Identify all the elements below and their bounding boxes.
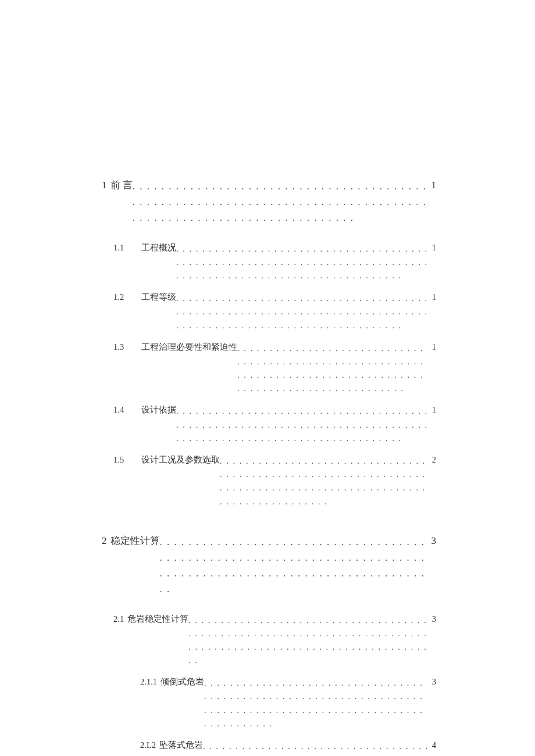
toc-leader xyxy=(188,614,430,668)
toc-entry-h2: 2.1 危岩稳定性计算 3 xyxy=(102,612,436,667)
toc-page: 3 xyxy=(430,675,436,689)
toc-number: 1.1 xyxy=(113,241,138,255)
toc-number: 1.5 xyxy=(113,453,138,467)
toc-entry-h2: 1.5 设计工况及参数选取 2 xyxy=(102,453,436,507)
toc-entry-h2: 1.2 工程等级 1 xyxy=(102,291,436,331)
toc-page: 4 xyxy=(430,739,436,752)
toc-leader xyxy=(237,342,430,396)
toc-page: 1 xyxy=(430,291,436,304)
toc-title: 设计工况及参数选取 xyxy=(141,453,220,467)
toc-number: 2 xyxy=(102,533,107,549)
toc-leader xyxy=(204,676,430,730)
toc-leader xyxy=(176,242,430,283)
toc-title: 前 言 xyxy=(110,177,133,193)
toc-entry-h3: 2.L2 坠落式危岩 4 xyxy=(102,739,436,756)
toc-number: 2.1 xyxy=(113,612,124,626)
toc-number: 1 xyxy=(102,177,107,193)
toc-number: 2.1.1 xyxy=(140,675,157,689)
toc-entry-h1: 2 稳定性计算 3 xyxy=(102,533,436,596)
toc-title: 工程治理必要性和紧迫性 xyxy=(141,341,237,354)
toc-entry-h2: 1.3 工程治理必要性和紧迫性 1 xyxy=(102,341,436,395)
toc-number: 1.2 xyxy=(113,291,138,304)
toc-title: 工程等级 xyxy=(141,291,176,304)
toc-title: 危岩稳定性计算 xyxy=(127,612,188,626)
toc-entry-h1: 1 前 言 1 xyxy=(102,177,436,225)
toc-page: 2 xyxy=(430,453,436,467)
toc-page: 1 xyxy=(430,341,436,354)
toc-page: 3 xyxy=(429,533,437,549)
toc-leader xyxy=(176,404,430,445)
document-page: 1 前 言 1 1.1 工程概况 1 1.2 工程等级 1 1.3 工程治理必要… xyxy=(0,0,535,756)
toc-entry-h3: 2.1.1 倾倒式危岩 3 xyxy=(102,675,436,729)
toc-title: 设计依据 xyxy=(141,403,176,417)
toc-leader xyxy=(220,454,430,508)
toc-entry-h2: 1.1 工程概况 1 xyxy=(102,241,436,282)
toc-page: 1 xyxy=(429,177,437,193)
toc-page: 3 xyxy=(430,612,436,626)
toc-entry-h2: 1.4 设计依据 1 xyxy=(102,403,436,444)
toc-title: 坠落式危岩 xyxy=(159,739,203,752)
toc-page: 1 xyxy=(430,403,436,417)
toc-leader xyxy=(133,178,429,226)
toc-title: 稳定性计算 xyxy=(110,533,160,549)
toc-leader xyxy=(176,292,430,332)
toc-title: 工程概况 xyxy=(141,241,176,255)
toc-title: 倾倒式危岩 xyxy=(160,675,204,689)
toc-number: 2.L2 xyxy=(140,739,156,752)
toc-number: 1.4 xyxy=(113,403,138,417)
toc-number: 1.3 xyxy=(113,341,138,354)
toc-page: 1 xyxy=(430,241,436,255)
toc-leader xyxy=(160,534,429,597)
toc-leader xyxy=(203,740,430,756)
